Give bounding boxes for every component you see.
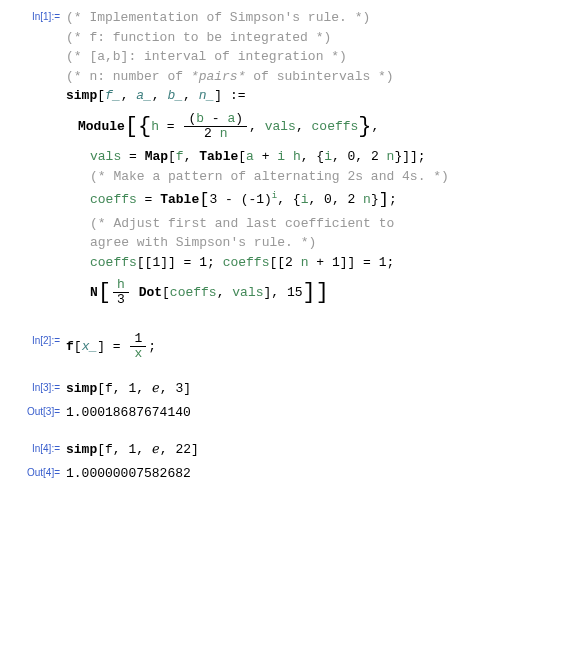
comment-3: (* [a,b]: interval of integration *) bbox=[66, 47, 568, 67]
content-in-2: f[x_] = 1x; bbox=[66, 332, 568, 362]
label-out-3: Out[3]= bbox=[12, 403, 66, 417]
content-in-1: (* Implementation of Simpson's rule. *) … bbox=[66, 8, 568, 314]
comment-6b: agree with Simpson's rule. *) bbox=[66, 233, 568, 253]
module-line: Module[{h = (b - a)2 n, vals, coeffs}, bbox=[66, 112, 568, 142]
comment-2: (* f: function to be integrated *) bbox=[66, 28, 568, 48]
comment-1: (* Implementation of Simpson's rule. *) bbox=[66, 8, 568, 28]
cell-out-4: Out[4]= 1.00000007582682 bbox=[12, 464, 568, 484]
simp-def-header: simp[f_, a_, b_, n_] := bbox=[66, 86, 568, 106]
comment-5: (* Make a pattern of alternating 2s and … bbox=[66, 167, 568, 187]
cell-in-4: In[4]:= simp[f, 1, ℯ, 22] bbox=[12, 440, 568, 460]
coeffs-adjust-line: coeffs[[1]] = 1; coeffs[[2 n + 1]] = 1; bbox=[66, 253, 568, 273]
frac-h3: h3 bbox=[113, 278, 129, 308]
comment-6a: (* Adjust first and last coefficient to bbox=[66, 214, 568, 234]
output-4: 1.00000007582682 bbox=[66, 464, 568, 484]
label-in-2: In[2]:= bbox=[12, 332, 66, 346]
cell-in-3: In[3]:= simp[f, 1, ℯ, 3] bbox=[12, 379, 568, 399]
output-3: 1.00018687674140 bbox=[66, 403, 568, 423]
label-out-4: Out[4]= bbox=[12, 464, 66, 478]
cell-out-3: Out[3]= 1.00018687674140 bbox=[12, 403, 568, 423]
label-in-3: In[3]:= bbox=[12, 379, 66, 393]
content-in-3: simp[f, 1, ℯ, 3] bbox=[66, 379, 568, 399]
coeffs-line: coeffs = Table[3 - (-1)i, {i, 0, 2 n}]; bbox=[66, 190, 568, 210]
content-in-4: simp[f, 1, ℯ, 22] bbox=[66, 440, 568, 460]
frac-1x: 1x bbox=[130, 332, 146, 362]
vals-line: vals = Map[f, Table[a + i h, {i, 0, 2 n}… bbox=[66, 147, 568, 167]
label-in-1: In[1]:= bbox=[12, 8, 66, 22]
frac-h: (b - a)2 n bbox=[184, 112, 247, 142]
cell-in-1: In[1]:= (* Implementation of Simpson's r… bbox=[12, 8, 568, 314]
N-line: N[h3 Dot[coeffs, vals], 15]] bbox=[66, 278, 568, 308]
cell-in-2: In[2]:= f[x_] = 1x; bbox=[12, 332, 568, 362]
label-in-4: In[4]:= bbox=[12, 440, 66, 454]
comment-4: (* n: number of *pairs* of subintervals … bbox=[66, 67, 568, 87]
